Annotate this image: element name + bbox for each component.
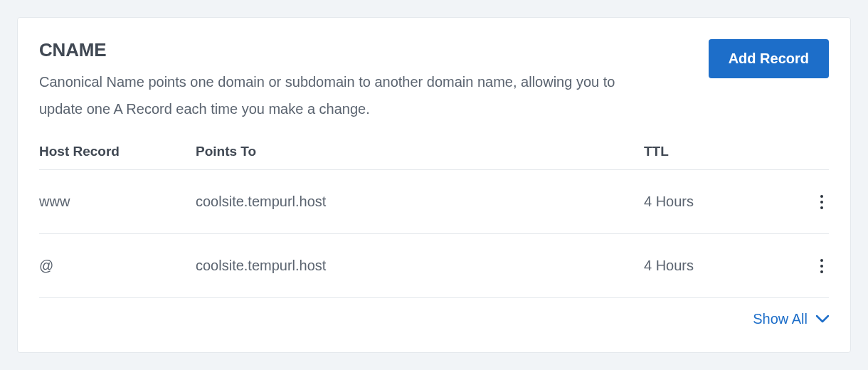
records-table: Host Record Points To TTL www coolsite.t… (39, 144, 829, 298)
section-description: Canonical Name points one domain or subd… (39, 68, 623, 122)
section-title: CNAME (39, 39, 687, 61)
show-all-button[interactable]: Show All (753, 311, 829, 327)
table-row: www coolsite.tempurl.host 4 Hours (39, 170, 829, 234)
cell-points-to: coolsite.tempurl.host (196, 258, 644, 274)
card-header: CNAME Canonical Name points one domain o… (39, 39, 829, 122)
show-all-label: Show All (753, 311, 808, 327)
cell-host: @ (39, 258, 196, 274)
cell-actions (786, 189, 829, 215)
table-row: @ coolsite.tempurl.host 4 Hours (39, 234, 829, 298)
cell-actions (786, 253, 829, 279)
cell-ttl: 4 Hours (644, 194, 786, 210)
row-actions-button[interactable] (815, 189, 829, 215)
add-record-button[interactable]: Add Record (709, 39, 829, 78)
cell-points-to: coolsite.tempurl.host (196, 194, 644, 210)
table-header-row: Host Record Points To TTL (39, 144, 829, 170)
col-header-points-to: Points To (196, 144, 644, 159)
cell-host: www (39, 194, 196, 210)
card-footer: Show All (39, 311, 829, 327)
header-text: CNAME Canonical Name points one domain o… (39, 39, 709, 122)
more-vertical-icon (820, 195, 823, 198)
cell-ttl: 4 Hours (644, 258, 786, 274)
chevron-down-icon (816, 315, 829, 323)
col-header-host: Host Record (39, 144, 196, 159)
row-actions-button[interactable] (815, 253, 829, 279)
col-header-actions (786, 144, 829, 159)
more-vertical-icon (820, 259, 823, 262)
col-header-ttl: TTL (644, 144, 786, 159)
cname-records-card: CNAME Canonical Name points one domain o… (17, 17, 851, 353)
